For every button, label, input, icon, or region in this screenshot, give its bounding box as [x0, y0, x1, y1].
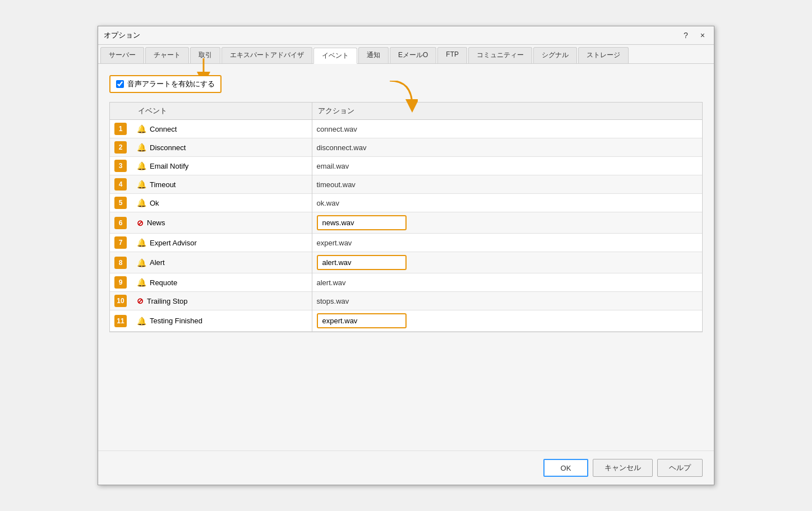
row-number: 6: [114, 217, 127, 229]
row-number: 10: [114, 295, 127, 307]
content-area: 音声アラートを有効にする: [98, 64, 714, 450]
no-entry-icon: ⊘: [137, 296, 144, 305]
action-dropdown[interactable]: alert.wav: [317, 255, 407, 270]
row-number: 11: [114, 315, 127, 327]
events-table-container: イベント アクション 1🔔Connectconnect.wav2🔔Disconn…: [109, 102, 703, 332]
table-row[interactable]: 2🔔Disconnectdisconnect.wav: [110, 138, 702, 157]
event-name: News: [147, 219, 165, 227]
row-number: 1: [114, 123, 127, 135]
table-row[interactable]: 11🔔Testing Finishedexpert.wav: [110, 310, 702, 332]
table-row[interactable]: 1🔔Connectconnect.wav: [110, 120, 702, 138]
voice-alert-checkbox[interactable]: [116, 80, 124, 88]
tab-イベント[interactable]: イベント: [313, 48, 357, 64]
action-value: connect.wav: [317, 125, 357, 133]
row-number: 5: [114, 197, 127, 209]
bell-icon: 🔔: [137, 278, 146, 287]
table-row[interactable]: 3🔔Email Notifyemail.wav: [110, 157, 702, 175]
event-name: Requote: [150, 278, 177, 287]
event-name: Alert: [150, 258, 165, 267]
help-footer-button[interactable]: ヘルプ: [657, 459, 703, 477]
event-name: Disconnect: [150, 143, 186, 152]
action-value: expert.wav: [317, 239, 352, 247]
table-row[interactable]: 7🔔Expert Advisorexpert.wav: [110, 234, 702, 252]
table-row[interactable]: 9🔔Requotealert.wav: [110, 273, 702, 292]
bell-icon: 🔔: [137, 124, 146, 133]
bell-icon: 🔔: [137, 317, 146, 326]
tab-FTP[interactable]: FTP: [437, 47, 467, 63]
tab-取引[interactable]: 取引: [190, 47, 220, 63]
dialog-title: オプション: [104, 30, 140, 40]
title-bar: オプション ? ×: [98, 26, 714, 45]
tab-コミュニティー[interactable]: コミュニティー: [468, 47, 532, 63]
voice-alert-label[interactable]: 音声アラートを有効にする: [109, 75, 222, 93]
tab-エキスパートアドバイザ[interactable]: エキスパートアドバイザ: [222, 47, 312, 63]
table-row[interactable]: 10⊘Trailing Stopstops.wav: [110, 292, 702, 310]
row-number: 8: [114, 257, 127, 269]
event-name: Email Notify: [150, 162, 188, 170]
bell-icon: 🔔: [137, 258, 146, 267]
no-entry-icon: ⊘: [137, 219, 144, 227]
action-value: stops.wav: [317, 297, 349, 305]
action-value: disconnect.wav: [317, 143, 367, 152]
action-value: ok.wav: [317, 199, 339, 207]
events-table: イベント アクション 1🔔Connectconnect.wav2🔔Disconn…: [110, 103, 702, 332]
action-dropdown[interactable]: news.wav: [317, 215, 407, 230]
tab-EメールO[interactable]: EメールO: [390, 47, 436, 63]
bell-icon: 🔔: [137, 180, 146, 189]
bell-icon: 🔔: [137, 198, 146, 207]
row-number: 7: [114, 236, 127, 249]
col-header-event: イベント: [132, 103, 312, 120]
help-button[interactable]: ?: [680, 30, 691, 41]
title-bar-buttons: ? ×: [680, 30, 708, 41]
tab-チャート[interactable]: チャート: [145, 47, 189, 63]
event-name: Trailing Stop: [147, 297, 188, 305]
row-number: 2: [114, 141, 127, 154]
action-dropdown[interactable]: expert.wav: [317, 313, 407, 328]
action-value: alert.wav: [317, 278, 346, 287]
tab-ストレージ[interactable]: ストレージ: [578, 47, 629, 63]
options-dialog: オプション ? × サーバーチャート取引エキスパートアドバイザイベント通知Eメー…: [98, 26, 714, 485]
bell-icon: 🔔: [137, 238, 146, 247]
cancel-button[interactable]: キャンセル: [593, 459, 653, 477]
table-row[interactable]: 4🔔Timeouttimeout.wav: [110, 175, 702, 194]
event-name: Timeout: [150, 180, 176, 189]
voice-alert-section: 音声アラートを有効にする: [109, 75, 703, 93]
row-number: 3: [114, 160, 127, 172]
ok-button[interactable]: OK: [543, 459, 588, 477]
event-name: Ok: [150, 199, 159, 207]
bell-icon: 🔔: [137, 143, 146, 152]
col-header-num: [110, 103, 132, 120]
footer: OK キャンセル ヘルプ: [98, 450, 714, 485]
table-row[interactable]: 6⊘Newsnews.wav: [110, 212, 702, 234]
row-number: 4: [114, 178, 127, 191]
action-value: timeout.wav: [317, 180, 356, 189]
close-button[interactable]: ×: [697, 30, 708, 41]
tab-サーバー[interactable]: サーバー: [100, 47, 144, 63]
col-header-action: アクション: [312, 103, 702, 120]
bell-icon: 🔔: [137, 161, 146, 170]
action-value: email.wav: [317, 162, 349, 170]
table-row[interactable]: 8🔔Alertalert.wav: [110, 252, 702, 273]
table-row[interactable]: 5🔔Okok.wav: [110, 194, 702, 212]
event-name: Connect: [150, 125, 177, 133]
event-name: Expert Advisor: [150, 239, 197, 247]
event-name: Testing Finished: [150, 317, 202, 325]
tab-シグナル[interactable]: シグナル: [533, 47, 577, 63]
row-number: 9: [114, 276, 127, 289]
tab-bar: サーバーチャート取引エキスパートアドバイザイベント通知EメールOFTPコミュニテ…: [98, 45, 714, 64]
tab-通知[interactable]: 通知: [358, 47, 389, 63]
